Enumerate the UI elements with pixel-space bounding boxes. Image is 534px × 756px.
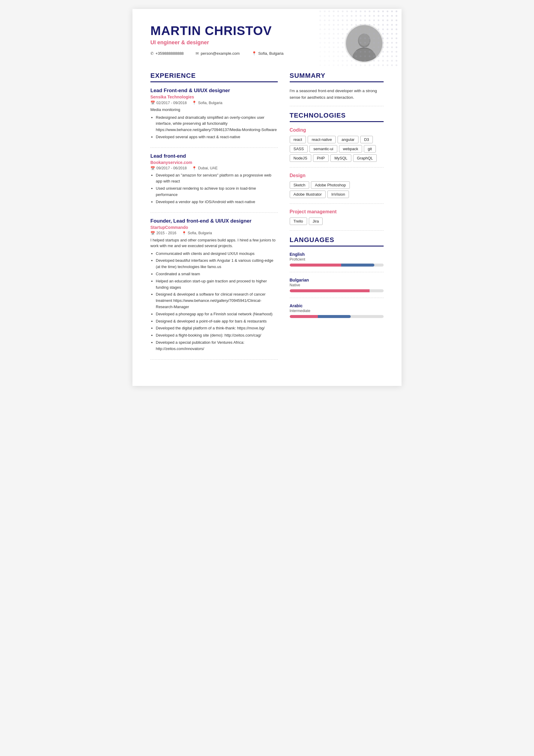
- bullet-3-2: Developed beautiful interfaces with Angu…: [156, 257, 278, 270]
- main-columns: EXPERIENCE Lead Front-end & UI/UX design…: [150, 72, 384, 365]
- tag-nodejs: NodeJS: [290, 154, 311, 162]
- experience-item-1: Lead Front-end & UI/UX designer Sensika …: [150, 88, 278, 140]
- tag-jira: Jira: [309, 218, 323, 225]
- pm-tags: Trello Jira: [290, 218, 384, 225]
- tag-php: PHP: [313, 154, 329, 162]
- right-column: SUMMARY I'm a seasoned front-end develop…: [290, 72, 384, 365]
- bullet-2-2: Used universal rendering to achieve top …: [156, 185, 278, 198]
- divider-2: [150, 212, 278, 213]
- email-contact: ✉ person@example.com: [195, 51, 240, 56]
- loc-icon-2: 📍: [192, 166, 197, 171]
- pm-section: Project management Trello Jira: [290, 209, 384, 225]
- tag-angular: angular: [338, 136, 358, 143]
- bullet-3-6: Developed a phonegap app for a Finnish s…: [156, 311, 278, 317]
- calendar-icon-1: 📅: [150, 100, 155, 105]
- person-title: UI engineer & designer: [150, 40, 336, 46]
- tag-webpack: webpack: [339, 145, 362, 152]
- tag-invision: InVision: [327, 191, 349, 198]
- phone-number: +359888888888: [156, 51, 184, 56]
- lang-bar-1: [290, 289, 384, 292]
- header-left: MARTIN CHRISTOV UI engineer & designer ✆…: [150, 24, 336, 56]
- bullet-1-1: Redesigned and dramatically simplified a…: [156, 115, 278, 133]
- exp-dates-1: 📅 02/2017 - 09/2018: [150, 100, 187, 105]
- coding-section: Coding react react-native angular D3 SAS…: [290, 127, 384, 162]
- coding-divider: [290, 167, 384, 168]
- exp-role-3: Founder, Lead front-end & UI/UX designer: [150, 218, 278, 224]
- lang-name-1: Bulgarian: [290, 278, 384, 283]
- exp-location-2: 📍 Dubai, UAE: [192, 166, 217, 171]
- tag-d3: D3: [360, 136, 373, 143]
- experience-section-title: EXPERIENCE: [150, 72, 278, 82]
- bullet-2-3: Developed a vendor app for iOS/Android w…: [156, 199, 278, 205]
- summary-text: I'm a seasoned front-end developer with …: [290, 88, 384, 100]
- experience-item-2: Lead front-end Bookanyservice.com 📅 09/2…: [150, 153, 278, 205]
- exp-location-3: 📍 Sofia, Bulgaria: [182, 231, 212, 235]
- calendar-icon-2: 📅: [150, 166, 155, 171]
- exp-bullets-1: Redesigned and dramatically simplified a…: [150, 115, 278, 140]
- lang-level-2: Intermediate: [290, 309, 384, 313]
- bullet-3-9: Developed a flight-booking site (demo): …: [156, 332, 278, 339]
- tag-react-native: react-native: [308, 136, 336, 143]
- design-divider: [290, 203, 384, 204]
- exp-company-3: StartupCommando: [150, 225, 278, 230]
- tag-semantic-ui: semantic-ui: [310, 145, 337, 152]
- lang-bar-0: [290, 263, 384, 267]
- language-item-2: Arabic Intermediate: [290, 303, 384, 318]
- bullet-3-3: Coordinated a small team: [156, 271, 278, 277]
- exp-company-1: Sensika Technologies: [150, 94, 278, 99]
- tag-react: react: [290, 136, 306, 143]
- person-name: MARTIN CHRISTOV: [150, 24, 336, 38]
- exp-meta-3: 📅 2015 - 2016 📍 Sofia, Bulgaria: [150, 231, 278, 235]
- loc-icon-3: 📍: [182, 231, 187, 235]
- coding-subtitle: Coding: [290, 127, 384, 133]
- pm-divider: [290, 230, 384, 231]
- lang-bar-2: [290, 315, 384, 318]
- avatar: [345, 24, 384, 63]
- lang-name-0: English: [290, 252, 384, 257]
- divider-3: [150, 359, 278, 360]
- exp-desc-3: I helped startups and other companies bu…: [150, 237, 278, 249]
- location-icon: 📍: [252, 51, 257, 56]
- design-subtitle: Design: [290, 173, 384, 178]
- pm-subtitle: Project management: [290, 209, 384, 214]
- location-contact: 📍 Sofia, Bulgaria: [252, 51, 284, 56]
- loc-icon-1: 📍: [192, 100, 197, 105]
- exp-company-2: Bookanyservice.com: [150, 160, 278, 165]
- tag-trello: Trello: [290, 218, 307, 225]
- tag-git: git: [364, 145, 376, 152]
- lang-name-2: Arabic: [290, 303, 384, 308]
- left-column: EXPERIENCE Lead Front-end & UI/UX design…: [150, 72, 278, 365]
- experience-item-3: Founder, Lead front-end & UI/UX designer…: [150, 218, 278, 352]
- contact-info: ✆ +359888888888 ✉ person@example.com 📍 S…: [150, 51, 336, 56]
- email-address: person@example.com: [201, 51, 240, 56]
- bullet-3-1: Communicated with clients and designed U…: [156, 251, 278, 257]
- coding-tags: react react-native angular D3 SASS seman…: [290, 136, 384, 162]
- divider-1: [150, 148, 278, 148]
- tag-adobe-photoshop: Adobe Photoshop: [311, 181, 349, 189]
- bullet-1-2: Developed several apps with react & reac…: [156, 134, 278, 140]
- exp-role-2: Lead front-end: [150, 153, 278, 159]
- languages-container: English Proficient Bulgarian Native Arab…: [290, 252, 384, 318]
- language-item-0: English Proficient: [290, 252, 384, 267]
- exp-role-1: Lead Front-end & UI/UX designer: [150, 88, 278, 94]
- summary-section-title: SUMMARY: [290, 72, 384, 82]
- bullet-3-10: Developed a special publication for Vent…: [156, 339, 278, 352]
- exp-bullets-2: Developed an "amazon for services" platf…: [150, 172, 278, 205]
- exp-meta-1: 📅 02/2017 - 09/2018 📍 Sofia, Bulgaria: [150, 100, 278, 105]
- design-tags: Sketch Adobe Photoshop Adobe Illustrator…: [290, 181, 384, 198]
- tag-sass: SASS: [290, 145, 308, 152]
- svg-point-3: [359, 34, 370, 46]
- exp-meta-2: 📅 09/2017 - 06/2018 📍 Dubai, UAE: [150, 166, 278, 171]
- lang-divider-0: [290, 272, 384, 272]
- tag-graphql: GraphQL: [353, 154, 377, 162]
- lang-level-0: Proficient: [290, 257, 384, 261]
- bullet-2-1: Developed an "amazon for services" platf…: [156, 172, 278, 185]
- bullet-3-7: Designed & developed a point-of-sale app…: [156, 318, 278, 325]
- technologies-section-title: TECHNOLOGIES: [290, 112, 384, 122]
- summary-divider: [290, 106, 384, 106]
- exp-desc-1: Media monitoring: [150, 107, 278, 113]
- header-section: MARTIN CHRISTOV UI engineer & designer ✆…: [150, 24, 384, 63]
- exp-dates-3: 📅 2015 - 2016: [150, 231, 176, 235]
- exp-location-1: 📍 Sofia, Bulgaria: [192, 100, 222, 105]
- exp-dates-2: 📅 09/2017 - 06/2018: [150, 166, 187, 171]
